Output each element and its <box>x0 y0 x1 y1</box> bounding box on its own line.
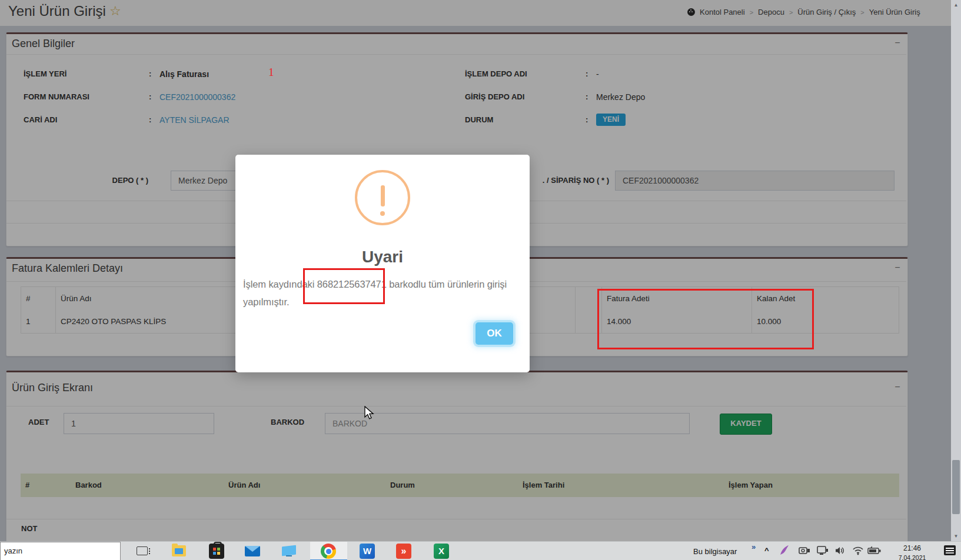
action-center-icon[interactable] <box>944 545 956 555</box>
browser-page: Yeni Ürün Girişi ☆ Kontol Paneli > Depoc… <box>0 0 951 541</box>
warning-dialog: Uyari İşlem kaydındaki 8682125637471 bar… <box>235 155 530 372</box>
display-plug-icon[interactable] <box>817 546 829 558</box>
warning-icon <box>355 170 410 225</box>
annotation-box-barcode <box>303 268 385 304</box>
scroll-up-arrow[interactable]: ▲ <box>951 0 961 10</box>
scroll-down-arrow[interactable]: ▼ <box>951 531 961 541</box>
file-explorer-icon[interactable] <box>172 545 187 556</box>
ok-button[interactable]: OK <box>475 322 513 345</box>
search-box-text: yazın <box>4 546 22 555</box>
capture-device-icon[interactable] <box>799 546 810 558</box>
chrome-icon[interactable] <box>321 544 336 559</box>
annotation-step-number: 1 <box>268 66 274 79</box>
toolbar-overflow-icon[interactable]: » <box>751 542 756 551</box>
windows-taskbar: yazın W » X Bu bilgisayar » ^ <box>0 541 961 560</box>
connect-display-icon[interactable] <box>281 546 297 556</box>
excel-icon[interactable]: X <box>434 544 449 559</box>
mouse-cursor <box>364 406 375 424</box>
annotation-box-quantities <box>597 289 814 349</box>
mail-icon[interactable] <box>245 546 260 556</box>
taskbar-clock[interactable]: 21:46 7.04.2021 <box>892 544 932 560</box>
speaker-icon[interactable] <box>835 546 846 558</box>
hidden-icons-chevron[interactable]: ^ <box>764 546 769 555</box>
pen-icon[interactable] <box>779 545 790 559</box>
task-view-icon[interactable] <box>137 546 148 555</box>
scrollbar-thumb[interactable] <box>952 460 960 514</box>
battery-charging-icon[interactable] <box>867 546 882 558</box>
scrollbar: ▲ ▼ <box>951 0 961 541</box>
dialog-title: Uyari <box>235 248 530 266</box>
clock-date: 7.04.2021 <box>892 554 932 560</box>
desktop-toolbar-label[interactable]: Bu bilgisayar <box>693 547 737 556</box>
taskbar-search-box[interactable]: yazın <box>0 542 121 560</box>
red-arrows-app-icon[interactable]: » <box>396 544 411 559</box>
screen: Yeni Ürün Girişi ☆ Kontol Paneli > Depoc… <box>0 0 961 560</box>
word-icon[interactable]: W <box>360 544 375 559</box>
microsoft-store-icon[interactable] <box>209 544 224 559</box>
wifi-icon[interactable] <box>852 546 864 558</box>
clock-time: 21:46 <box>892 544 932 552</box>
